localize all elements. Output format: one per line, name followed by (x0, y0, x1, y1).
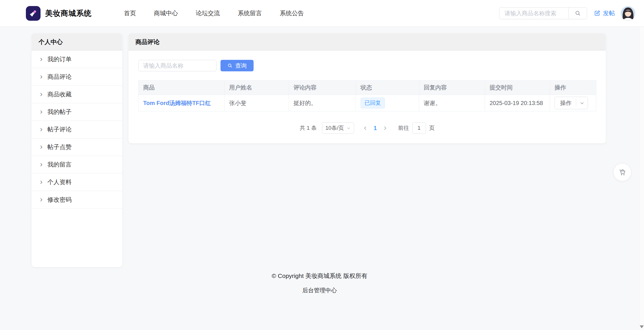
page-footer: © Copyright 美妆商城系统 版权所有 后台管理中心 (0, 272, 639, 294)
comments-table: 商品 用户姓名 评论内容 状态 回复内容 提交时间 操作 Tom Ford汤姆福… (138, 80, 596, 111)
sidebar-item-label: 商品收藏 (47, 90, 72, 98)
query-button[interactable]: 查询 (221, 60, 254, 71)
copyright-text: © Copyright 美妆商城系统 版权所有 (0, 272, 639, 280)
next-page-button[interactable] (381, 122, 390, 134)
sidebar-item-post-comments[interactable]: 帖子评论 (32, 121, 122, 138)
col-product: 商品 (139, 81, 225, 95)
sidebar-item-my-posts[interactable]: 我的帖子 (32, 103, 122, 121)
admin-center-link[interactable]: 后台管理中心 (302, 287, 337, 294)
page-unit-label: 页 (429, 124, 435, 132)
sidebar-item-label: 我的帖子 (47, 108, 72, 116)
pagination-total: 共 1 条 (300, 124, 317, 132)
action-dropdown-button[interactable]: 操作 (555, 97, 588, 109)
table-row: Tom Ford汤姆福特TF口红 张小斐 挺好的。 已回复 谢谢。 2025-0… (139, 95, 596, 111)
brand-title: 美妆商城系统 (45, 8, 92, 18)
col-submit-time: 提交时间 (485, 81, 550, 95)
prev-page-button[interactable] (361, 122, 370, 134)
sidebar-item-profile[interactable]: 个人资料 (32, 173, 122, 191)
lipstick-icon (26, 6, 41, 21)
product-comments-panel: 商品评论 查询 商品 用户姓名 (129, 33, 606, 143)
chevron-right-icon (39, 75, 43, 79)
cell-action: 操作 (550, 95, 596, 111)
panel-body: 查询 商品 用户姓名 评论内容 状态 回复内容 提交时间 操作 (129, 51, 606, 134)
filter-row: 查询 (138, 60, 596, 71)
pagination: 共 1 条 10条/页 1 前往 页 (138, 122, 596, 134)
user-avatar[interactable] (621, 6, 635, 21)
main-nav: 首页 商城中心 论坛交流 系统留言 系统公告 (124, 9, 304, 17)
cell-reply: 谢谢。 (419, 95, 485, 111)
personal-center-sidebar: 个人中心 我的订单 商品评论 商品收藏 我的帖子 帖子评论 (32, 33, 122, 267)
table-header-row: 商品 用户姓名 评论内容 状态 回复内容 提交时间 操作 (139, 81, 596, 95)
chevron-left-icon (363, 126, 368, 131)
create-post-label: 发帖 (603, 9, 615, 17)
triangle-down-icon[interactable] (640, 325, 644, 328)
nav-item-announcements[interactable]: 系统公告 (280, 9, 304, 17)
status-badge: 已回复 (361, 98, 385, 108)
col-action: 操作 (550, 81, 596, 95)
topbar-right: 发帖 (499, 6, 635, 21)
col-comment: 评论内容 (289, 81, 356, 95)
chevron-right-icon (39, 110, 43, 114)
chevron-right-icon (39, 145, 43, 149)
cell-status: 已回复 (356, 95, 419, 111)
top-navbar: 美妆商城系统 首页 商城中心 论坛交流 系统留言 系统公告 (0, 0, 644, 27)
chevron-right-icon (39, 163, 43, 167)
chevron-right-icon (39, 198, 43, 202)
goto-page-group: 前往 页 (398, 122, 435, 134)
goto-page-input[interactable] (412, 122, 426, 134)
chevron-right-icon (39, 180, 43, 184)
sidebar-item-my-messages[interactable]: 我的留言 (32, 156, 122, 173)
query-button-label: 查询 (235, 62, 247, 70)
sidebar-item-label: 帖子点赞 (47, 143, 72, 151)
cell-comment: 挺好的。 (289, 95, 356, 111)
header-search-group (499, 7, 587, 19)
create-post-link[interactable]: 发帖 (594, 9, 615, 17)
nav-item-messages[interactable]: 系统留言 (238, 9, 262, 17)
page-size-value: 10条/页 (325, 124, 344, 132)
chevron-right-icon (39, 127, 43, 132)
cell-user-name: 张小斐 (225, 95, 289, 111)
chevron-right-icon (383, 126, 388, 131)
scrollbar-track[interactable] (639, 0, 644, 330)
edit-square-icon (594, 10, 600, 16)
page: 美妆商城系统 首页 商城中心 论坛交流 系统留言 系统公告 (0, 0, 644, 330)
cart-float-button[interactable] (613, 163, 631, 181)
sidebar-item-label: 修改密码 (47, 196, 72, 204)
header-search-button[interactable] (568, 7, 587, 19)
sidebar-title: 个人中心 (32, 33, 122, 51)
chevron-down-icon (580, 101, 584, 105)
sidebar-item-label: 个人资料 (47, 178, 72, 186)
chevron-down-icon (347, 126, 350, 130)
sidebar-item-label: 商品评论 (47, 73, 72, 81)
goto-label: 前往 (398, 124, 409, 132)
col-user-name: 用户姓名 (225, 81, 289, 95)
sidebar-item-label: 我的订单 (47, 55, 72, 63)
sidebar-item-change-password[interactable]: 修改密码 (32, 191, 122, 209)
header-search-input[interactable] (499, 7, 568, 19)
nav-item-home[interactable]: 首页 (124, 9, 136, 17)
nav-item-mall[interactable]: 商城中心 (154, 9, 178, 17)
product-name-filter-input[interactable] (138, 60, 216, 71)
panel-title: 商品评论 (129, 33, 606, 51)
cell-submit-time: 2025-03-19 20:13:58 (485, 95, 550, 111)
nav-item-forum[interactable]: 论坛交流 (196, 9, 220, 17)
chevron-right-icon (39, 92, 43, 97)
col-status: 状态 (356, 81, 419, 95)
sidebar-item-post-likes[interactable]: 帖子点赞 (32, 138, 122, 156)
col-reply: 回复内容 (419, 81, 485, 95)
page-number-1[interactable]: 1 (374, 125, 377, 131)
page-size-select[interactable]: 10条/页 (322, 122, 354, 134)
cell-product: Tom Ford汤姆福特TF口红 (139, 95, 225, 111)
sidebar-item-product-favorites[interactable]: 商品收藏 (32, 86, 122, 103)
shopping-cart-icon (618, 168, 626, 176)
sidebar-item-my-orders[interactable]: 我的订单 (32, 51, 122, 68)
sidebar-menu: 我的订单 商品评论 商品收藏 我的帖子 帖子评论 帖子点赞 (32, 51, 122, 209)
magnifier-icon (575, 10, 581, 16)
chevron-right-icon (39, 57, 43, 62)
sidebar-item-label: 我的留言 (47, 161, 72, 169)
sidebar-item-product-comments[interactable]: 商品评论 (32, 68, 122, 86)
brand[interactable]: 美妆商城系统 (26, 6, 92, 21)
magnifier-icon (227, 63, 233, 68)
sidebar-item-label: 帖子评论 (47, 125, 72, 133)
product-link[interactable]: Tom Ford汤姆福特TF口红 (143, 100, 211, 106)
